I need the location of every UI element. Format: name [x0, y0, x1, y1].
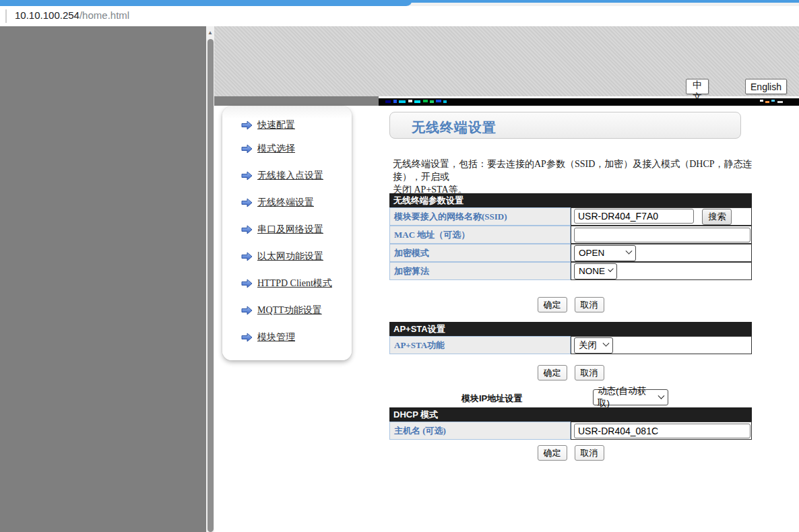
cancel-button[interactable]: 取消	[575, 297, 604, 312]
hostname-input[interactable]	[574, 424, 750, 438]
encryption-algorithm-select[interactable]: NONE	[574, 263, 617, 279]
mac-input[interactable]	[574, 228, 750, 242]
arrow-right-icon	[241, 225, 253, 234]
dhcp-table: DHCP 模式 主机名 (可选)	[389, 407, 752, 440]
arrow-right-icon	[241, 121, 253, 130]
scrollbar-up-arrow-icon[interactable]: ▲	[206, 29, 214, 37]
chevron-down-icon	[626, 248, 633, 255]
chevron-down-icon	[603, 340, 610, 347]
glitch-pixel	[777, 101, 783, 103]
search-button[interactable]: 搜索	[702, 209, 732, 225]
table-row: MAC 地址（可选）	[389, 226, 752, 244]
address-bar-divider	[5, 9, 7, 23]
sidebar-item-sta-settings[interactable]: 无线终端设置	[241, 197, 314, 209]
sidebar-item-label: MQTT功能设置	[257, 304, 322, 317]
selected-value: 动态(自动获取)	[598, 385, 655, 409]
selected-value: 关闭	[579, 339, 597, 352]
table-row: 加密模式 OPEN	[389, 244, 752, 262]
glitch-pixel	[765, 101, 769, 103]
sidebar-item-label: 以太网功能设置	[257, 251, 323, 263]
ssid-label: 模块要接入的网络名称(SSID)	[389, 207, 571, 226]
arrow-right-icon	[241, 252, 253, 261]
sidebar-item-label: 快速配置	[257, 119, 295, 131]
arrow-right-icon	[241, 144, 253, 154]
sidebar-item-label: HTTPD Client模式	[257, 277, 332, 290]
page-description: 无线终端设置，包括：要去连接的AP参数（SSID，加密）及接入模式（DHCP，静…	[393, 158, 757, 196]
browser-titlebar	[0, 0, 799, 6]
module-ip-mode-select[interactable]: 动态(自动获取)	[593, 389, 668, 405]
arrow-right-icon	[241, 171, 253, 180]
sta-params-table: 无线终端参数设置 模块要接入的网络名称(SSID) 搜索 MAC 地址（可选） …	[389, 193, 752, 280]
confirm-button[interactable]: 确定	[538, 297, 567, 312]
sidebar-item-ethernet-settings[interactable]: 以太网功能设置	[241, 251, 323, 263]
encryption-algorithm-label: 加密算法	[389, 262, 571, 280]
address-bar[interactable]: 10.10.100.254/home.html	[0, 6, 799, 26]
glitch-pixel	[423, 100, 428, 102]
english-language-button[interactable]: English	[745, 79, 787, 94]
browser-tab[interactable]	[0, 0, 412, 6]
arrow-right-icon	[241, 279, 253, 288]
url-path: /home.html	[79, 9, 129, 21]
left-empty-frame	[0, 26, 206, 532]
sidebar-item-ap-settings[interactable]: 无线接入点设置	[241, 170, 323, 182]
url-host: 10.10.100.254	[15, 9, 79, 21]
table-header: DHCP 模式	[389, 407, 752, 422]
sidebar-item-quick-config[interactable]: 快速配置	[241, 119, 295, 131]
glitch-pixel	[760, 100, 763, 102]
chevron-down-icon	[608, 266, 613, 271]
apsta-buttons: 确定 取消	[389, 365, 752, 380]
selected-value: OPEN	[579, 248, 604, 258]
selected-value: NONE	[579, 266, 605, 276]
scrollbar-thumb[interactable]	[207, 39, 214, 532]
glitch-pixel	[436, 100, 441, 102]
sidebar-nav-panel: 快速配置 模式选择 无线接入点设置 无线终端设置 串口及网络设置 以太网功能设置…	[222, 106, 352, 360]
sidebar-item-httpd-client[interactable]: HTTPD Client模式	[241, 277, 332, 290]
encryption-mode-label: 加密模式	[389, 244, 571, 262]
cancel-button[interactable]: 取消	[575, 365, 604, 380]
sta-params-buttons: 确定 取消	[389, 297, 752, 312]
sidebar-item-label: 无线接入点设置	[257, 170, 323, 182]
table-header: AP+STA设置	[389, 322, 752, 336]
apsta-function-select[interactable]: 关闭	[574, 337, 613, 354]
glitch-pixel	[430, 100, 434, 103]
glitch-pixel	[393, 100, 397, 103]
sidebar-item-module-management[interactable]: 模块管理	[241, 331, 295, 343]
confirm-button[interactable]: 确定	[538, 365, 567, 380]
sidebar-item-label: 模块管理	[257, 331, 295, 343]
table-row: 加密算法 NONE	[389, 262, 752, 280]
sidebar-item-uart-settings[interactable]: 串口及网络设置	[241, 224, 323, 236]
hostname-label: 主机名 (可选)	[389, 422, 571, 440]
table-header: 无线终端参数设置	[389, 193, 752, 207]
sidebar-item-mode-select[interactable]: 模式选择	[241, 143, 295, 155]
glitch-pixel	[399, 100, 406, 103]
page-title-panel: 无线终端设置	[389, 112, 741, 139]
cancel-button[interactable]: 取消	[575, 445, 604, 461]
sidebar-item-label: 模式选择	[257, 143, 295, 155]
sidebar-item-mqtt-settings[interactable]: MQTT功能设置	[241, 304, 322, 317]
arrow-right-icon	[241, 198, 253, 207]
banner-gray-band	[214, 96, 379, 106]
sidebar-item-label: 串口及网络设置	[257, 224, 323, 236]
glitch-pixel	[443, 100, 447, 103]
glitch-pixel	[414, 100, 420, 103]
url-text[interactable]: 10.10.100.254/home.html	[15, 9, 129, 21]
page-title: 无线终端设置	[412, 119, 497, 137]
mac-label: MAC 地址（可选）	[389, 226, 571, 244]
chinese-language-button[interactable]: 中文	[686, 79, 709, 94]
table-row: 主机名 (可选)	[389, 422, 752, 440]
glitch-pixel	[771, 100, 775, 102]
confirm-button[interactable]: 确定	[538, 445, 567, 461]
sidebar-item-label: 无线终端设置	[257, 197, 314, 209]
banner-black-band	[379, 98, 799, 106]
apsta-table: AP+STA设置 AP+STA功能 关闭	[389, 322, 752, 354]
encryption-mode-select[interactable]: OPEN	[574, 245, 636, 261]
arrow-right-icon	[241, 306, 253, 315]
arrow-right-icon	[241, 333, 253, 342]
ssid-input[interactable]	[574, 209, 694, 224]
page: 10.10.100.254/home.html ▲ 中文 English 快速配…	[0, 0, 799, 532]
glitch-pixel	[385, 100, 391, 103]
module-ip-setting-label: 模块IP地址设置	[461, 393, 522, 405]
vertical-scrollbar[interactable]: ▲	[206, 26, 214, 532]
table-row: 模块要接入的网络名称(SSID) 搜索	[389, 207, 752, 226]
table-row: AP+STA功能 关闭	[389, 336, 752, 354]
